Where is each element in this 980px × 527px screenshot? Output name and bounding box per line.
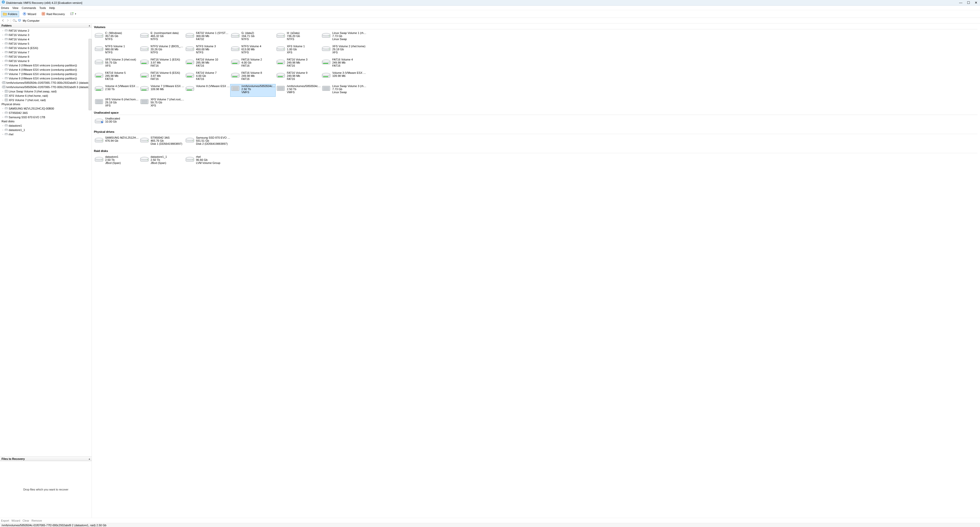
expand-icon[interactable]: › [2,51,4,54]
tree-volume-5[interactable]: › FAT16 Volume 7 [0,50,92,54]
volume-item[interactable]: E: (nonImportant data) 465.32 Gb NTFS [139,31,185,44]
volume-item[interactable]: /vmfs/volumes/5850504c-01f07065-77f2-000… [230,84,275,97]
volume-item[interactable]: Volume 3 (VMware ESX vmkcore (coredump p… [321,71,366,83]
tree-volume-15[interactable]: › XFS Volume 6 (rhel.home, raid) [0,94,92,98]
volume-item[interactable]: Volume 8 (VMware ESX vmkcore (coredump p… [185,84,230,97]
tree-raid-2[interactable]: › rhel [0,132,92,136]
expand-icon[interactable]: › [2,111,4,114]
tree-volume-11[interactable]: › Volume 8 (VMware ESX vmkcore (coredump… [0,76,92,80]
tree-volume-6[interactable]: › FAT16 Volume 8 [0,54,92,59]
tree-volume-10[interactable]: › Volume 7 (VMware ESX vmkcore (coredump… [0,72,92,76]
toolbar-folders-button[interactable]: Folders [1,11,19,17]
expand-icon[interactable]: › [2,34,4,36]
volume-item[interactable]: /vmfs/volumes/5850504c-01f07065-77f2-000… [275,84,321,97]
volume-item[interactable]: FAT16 Volume 5 285.98 Mb FAT16 [94,71,139,83]
raid-disk-item[interactable]: datastore1 2.50 Tb JBod (Span) [94,155,139,167]
toolbar-extra-button[interactable]: ▾ [68,11,78,17]
minimize-button[interactable]: — [959,0,963,6]
volume-item[interactable]: FAT16 Volume 6 (ESXi) 3.97 Mb FAT16 [139,71,185,83]
tree-volume-9[interactable]: › Volume 4 (VMware ESX vmkcore (coredump… [0,67,92,72]
history-button[interactable]: ▾ [13,19,17,22]
expand-icon[interactable]: › [2,68,4,71]
volume-item[interactable]: NTFS Volume 2 (BIOS_RVY) 20.26 Gb NTFS [139,44,185,57]
tree-physical-2[interactable]: › Samsung SSD 870 EVO 1TB [0,115,92,119]
volume-item[interactable]: Volume 7 (VMware ESX vmkcore (coredump p… [139,84,185,97]
folders-panel-collapse[interactable]: ▴ [89,24,90,27]
menu-tools[interactable]: Tools [39,6,46,10]
nav-forward-button[interactable] [6,19,9,22]
expand-icon[interactable]: › [2,42,4,45]
physical-drive-item[interactable]: SAMSUNG MZVL2512HCJQ-00B00 476.94 Gb [94,135,139,148]
expand-icon[interactable]: › [2,47,4,49]
volume-item[interactable]: NTFS Volume 1 980.00 Mb NTFS [94,44,139,57]
tree-volume-8[interactable]: › Volume 3 (VMware ESX vmkcore (coredump… [0,63,92,67]
unallocated-item[interactable]: Unallocated 10.00 Gb [94,116,139,129]
expand-icon[interactable]: › [2,133,4,135]
expand-icon[interactable]: › [2,60,4,62]
tree-volume-0[interactable]: › FAT16 Volume 2 [0,28,92,33]
tree-volume-14[interactable]: › Linux Swap Volume 3 (rhel.swap, raid) [0,89,92,94]
drop-zone[interactable]: Drop files which you want to recover [0,461,92,518]
tree-volume-13[interactable]: › /vmfs/volumes/5850504c-01f07065-77f2-0… [0,85,92,89]
expand-icon[interactable]: › [2,124,4,127]
expand-icon[interactable]: › [2,29,4,32]
tree-raid-0[interactable]: › datastore1 [0,123,92,128]
expand-icon[interactable]: › [2,64,4,67]
tree-volume-1[interactable]: › FAT16 Volume 3 [0,33,92,37]
volume-item[interactable]: FAT16 Volume 3 249.98 Mb FAT16 [275,57,321,70]
tree-volume-2[interactable]: › FAT16 Volume 4 [0,37,92,41]
expand-icon[interactable]: › [2,99,4,101]
action-export[interactable]: Export [1,519,9,522]
expand-icon[interactable]: › [2,107,4,110]
expand-icon[interactable]: › [2,73,4,75]
menu-view[interactable]: View [12,6,18,10]
tree-volume-3[interactable]: › FAT16 Volume 5 [0,41,92,46]
action-remove[interactable]: Remove [32,519,42,522]
volume-item[interactable]: H: (sData) 736.20 Gb NTFS [275,31,321,44]
volume-item[interactable]: G: (data2) 194.71 Gb NTFS [230,31,275,44]
volume-item[interactable]: FAT16 Volume 9 249.98 Mb FAT16 [275,71,321,83]
volume-item[interactable]: FAT16 Volume 7 4.00 Gb FAT16 [185,71,230,83]
tree-physical-1[interactable]: › ST950042 3AS [0,111,92,115]
volume-item[interactable]: XFS Volume 2 (rhel.home) 29.18 Gb XFS [321,44,366,57]
tree-raid-1[interactable]: › datastore1_1 [0,128,92,132]
menu-help[interactable]: Help [49,6,55,10]
volume-item[interactable]: XFS Volume 7 (rhel.root, raid) 59.75 Gb … [139,97,185,110]
expand-icon[interactable]: › [2,116,4,118]
close-button[interactable]: ✕ [975,0,977,6]
expand-icon[interactable]: › [2,38,4,41]
content-pane[interactable]: Volumes C: (Windows) 357.65 Gb NTFS E: (… [92,24,980,518]
expand-icon[interactable]: › [2,77,4,80]
action-clear[interactable]: Clear [22,519,29,522]
volume-item[interactable]: Volume 4 (VMware ESX vmkcore (coredump p… [94,84,139,97]
raid-disk-item[interactable]: datastore1_1 2.50 Tb JBod (Span) [139,155,185,167]
tree-physical-0[interactable]: › SAMSUNG MZVL2512HCJQ-00B00 [0,106,92,111]
volume-item[interactable]: XFS Volume 1 1.00 Gb XFS [275,44,321,57]
tree-volume-7[interactable]: › FAT16 Volume 9 [0,59,92,63]
volume-item[interactable]: FAT16 Volume 10 285.98 Mb FAT16 [185,57,230,70]
nav-back-button[interactable] [2,19,5,22]
files-panel-collapse[interactable]: ▴ [89,457,90,460]
folder-tree[interactable]: › FAT16 Volume 2› FAT16 Volume 3› FAT16 … [0,28,92,457]
raid-disk-item[interactable]: rhel 96.66 Gb LVM Volume Group [185,155,230,167]
volume-item[interactable]: XFS Volume 3 (rhel.root) 59.75 Gb XFS [94,57,139,70]
physical-drive-item[interactable]: ST950042 3AS 465.76 Gb Disk 1 (DD5641988… [139,135,185,148]
volume-item[interactable]: Linux Swap Volume 3 (rhel.swap, raid) 7.… [321,84,366,97]
volume-item[interactable]: XFS Volume 6 (rhel.home, raid) 29.18 Gb … [94,97,139,110]
volume-item[interactable]: NTFS Volume 4 613.00 Mb NTFS [230,44,275,57]
volume-item[interactable]: FAT32 Volume 1 (SYSTEM) 300.00 Mb FAT32 [185,31,230,44]
toolbar-raid-button[interactable]: Raid Recovery [40,11,67,17]
action-wizard[interactable]: Wizard [11,519,20,522]
expand-icon[interactable]: › [2,56,4,58]
maximize-button[interactable]: ☐ [967,0,970,6]
expand-icon[interactable]: › [2,90,4,93]
address-location[interactable]: My Computer [23,19,40,22]
menu-drives[interactable]: Drives [1,6,9,10]
tree-scrollbar[interactable] [89,39,92,110]
toolbar-wizard-button[interactable]: Wizard [21,11,38,17]
volume-item[interactable]: FAT16 Volume 1 (ESXi) 3.97 Mb FAT16 [139,57,185,70]
volume-item[interactable]: FAT16 Volume 4 249.98 Mb FAT16 [321,57,366,70]
menu-commands[interactable]: Commands [22,6,36,10]
volume-item[interactable]: FAT16 Volume 2 4.00 Gb FAT16 [230,57,275,70]
volume-item[interactable]: NTFS Volume 3 450.00 Mb NTFS [185,44,230,57]
